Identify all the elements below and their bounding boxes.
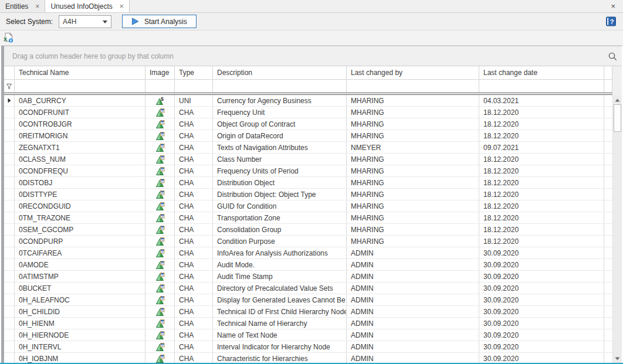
- cell-technical-name[interactable]: 0H_IOBJNM: [15, 353, 145, 363]
- cell-last-change-date[interactable]: 30.09.2020: [479, 259, 604, 270]
- cell-image[interactable]: $: [145, 236, 175, 247]
- cell-image[interactable]: $: [145, 283, 175, 294]
- cell-last-change-date[interactable]: 09.07.2021: [479, 142, 604, 153]
- table-row[interactable]: 0TCAIFAREA $ CHA Inf: [4, 247, 612, 259]
- cell-description[interactable]: Currency for Agency Business: [213, 95, 347, 106]
- cell-last-changed-by[interactable]: ADMIN: [347, 318, 479, 329]
- cell-technical-name[interactable]: 0RECONDGUID: [15, 200, 145, 212]
- cell-last-changed-by[interactable]: MHARING: [347, 95, 479, 106]
- cell-technical-name[interactable]: 0H_CHILDID: [15, 306, 145, 317]
- cell-image[interactable]: $: [145, 107, 175, 118]
- cell-image[interactable]: $: [145, 329, 175, 341]
- table-row[interactable]: 0CLASS_NUM $ CHA Cla: [4, 154, 612, 165]
- table-row[interactable]: 0CONDPURP $ CHA Cond: [4, 236, 612, 247]
- cell-image[interactable]: $: [145, 306, 175, 317]
- column-header-image[interactable]: Image: [145, 66, 175, 79]
- cell-type[interactable]: CHA: [175, 107, 213, 118]
- table-row[interactable]: 0TM_TRAZONE $ CHA Tr: [4, 212, 612, 224]
- table-row[interactable]: 0H_INTERVL $ CHA Int: [4, 341, 612, 353]
- group-by-panel[interactable]: Drag a column header here to group by th…: [4, 46, 622, 66]
- cell-technical-name[interactable]: ZEGNATXT1: [15, 142, 145, 153]
- cell-type[interactable]: CHA: [175, 341, 213, 352]
- cell-technical-name[interactable]: 0H_ALEAFNOC: [15, 294, 145, 305]
- cell-image[interactable]: $: [145, 212, 175, 223]
- cell-image[interactable]: $: [145, 189, 175, 200]
- cell-image[interactable]: $: [145, 341, 175, 352]
- cell-last-changed-by[interactable]: MHARING: [347, 118, 479, 130]
- table-row[interactable]: 0BUCKET $ CHA Direct: [4, 283, 612, 294]
- cell-description[interactable]: Class Number: [213, 154, 347, 165]
- filter-cell-type[interactable]: [175, 80, 213, 93]
- column-header-last-changed-by[interactable]: Last changed by: [347, 66, 479, 79]
- filter-cell-last-change-date[interactable]: [479, 80, 604, 93]
- cell-image[interactable]: $: [145, 353, 175, 363]
- cell-technical-name[interactable]: 0TM_TRAZONE: [15, 212, 145, 223]
- cell-description[interactable]: Transportation Zone: [213, 212, 347, 223]
- cell-type[interactable]: CHA: [175, 329, 213, 341]
- table-row[interactable]: 0ATIMSTMP $ CHA Audi: [4, 271, 612, 283]
- table-row[interactable]: 0AB_CURRCY $ UNI Cur: [4, 95, 612, 107]
- cell-last-change-date[interactable]: 04.03.2021: [479, 95, 604, 106]
- table-row[interactable]: 0RECONDGUID $ CHA GU: [4, 200, 612, 212]
- cell-description[interactable]: Distribution Object: [213, 177, 347, 188]
- cell-last-change-date[interactable]: 18.12.2020: [479, 130, 604, 141]
- cell-type[interactable]: CHA: [175, 259, 213, 270]
- close-icon[interactable]: ×: [120, 3, 124, 10]
- table-row[interactable]: 0DISTTYPE $ CHA Dist: [4, 189, 612, 200]
- cell-technical-name[interactable]: 0ATIMSTMP: [15, 271, 145, 282]
- cell-description[interactable]: Audit Mode.: [213, 259, 347, 270]
- cell-image[interactable]: $: [145, 247, 175, 258]
- cell-last-change-date[interactable]: 30.09.2020: [479, 294, 604, 305]
- cell-type[interactable]: CHA: [175, 224, 213, 235]
- cell-last-change-date[interactable]: 30.09.2020: [479, 247, 604, 258]
- cell-description[interactable]: Object Group of Contract: [213, 118, 347, 130]
- column-header-description[interactable]: Description: [213, 66, 347, 79]
- cell-last-changed-by[interactable]: ADMIN: [347, 247, 479, 258]
- cell-image[interactable]: $: [145, 318, 175, 329]
- cell-type[interactable]: CHA: [175, 189, 213, 200]
- cell-technical-name[interactable]: 0DISTOBJ: [15, 177, 145, 188]
- table-row[interactable]: 0H_ALEAFNOC $ CHA Di: [4, 294, 612, 306]
- cell-description[interactable]: Characteristic for Hierarchies: [213, 353, 347, 363]
- search-icon[interactable]: [608, 52, 618, 63]
- chevron-down-icon[interactable]: [103, 21, 107, 23]
- tab-entities[interactable]: Entities ×: [0, 0, 45, 12]
- cell-last-change-date[interactable]: 18.12.2020: [479, 189, 604, 200]
- table-row[interactable]: 0REITMORIGN $ CHA Or: [4, 130, 612, 142]
- cell-last-changed-by[interactable]: MHARING: [347, 200, 479, 212]
- cell-technical-name[interactable]: 0BUCKET: [15, 283, 145, 294]
- cell-last-change-date[interactable]: 18.12.2020: [479, 107, 604, 118]
- cell-last-change-date[interactable]: 30.09.2020: [479, 329, 604, 341]
- cell-last-changed-by[interactable]: ADMIN: [347, 341, 479, 352]
- cell-description[interactable]: Directory of Precalculated Value Sets: [213, 283, 347, 294]
- cell-image[interactable]: $: [145, 142, 175, 153]
- cell-last-changed-by[interactable]: ADMIN: [347, 271, 479, 282]
- cell-type[interactable]: CHA: [175, 236, 213, 247]
- export-to-excel-icon[interactable]: X: [3, 32, 14, 43]
- cell-technical-name[interactable]: 0H_HIENM: [15, 318, 145, 329]
- cell-technical-name[interactable]: 0H_INTERVL: [15, 341, 145, 352]
- cell-description[interactable]: Audit Time Stamp: [213, 271, 347, 282]
- cell-type[interactable]: CHA: [175, 283, 213, 294]
- cell-last-change-date[interactable]: 30.09.2020: [479, 318, 604, 329]
- cell-technical-name[interactable]: 0CONTROBJGR: [15, 118, 145, 130]
- cell-type[interactable]: CHA: [175, 212, 213, 223]
- cell-last-change-date[interactable]: 18.12.2020: [479, 154, 604, 165]
- cell-image[interactable]: $: [145, 177, 175, 188]
- cell-last-change-date[interactable]: 30.09.2020: [479, 353, 604, 363]
- cell-description[interactable]: Distribution Object: Object Type: [213, 189, 347, 200]
- cell-last-change-date[interactable]: 18.12.2020: [479, 118, 604, 130]
- start-analysis-button[interactable]: Start Analysis: [122, 15, 197, 28]
- cell-description[interactable]: Frequency Units of Period: [213, 165, 347, 176]
- cell-description[interactable]: Name of Text Node: [213, 329, 347, 341]
- cell-last-changed-by[interactable]: MHARING: [347, 130, 479, 141]
- cell-last-changed-by[interactable]: MHARING: [347, 212, 479, 223]
- cell-last-changed-by[interactable]: ADMIN: [347, 306, 479, 317]
- table-row[interactable]: 0CONTROBJGR $ CHA Ob: [4, 118, 612, 130]
- table-row[interactable]: 0H_CHILDID $ CHA Tec: [4, 306, 612, 318]
- cell-technical-name[interactable]: 0CONDFREQU: [15, 165, 145, 176]
- close-icon[interactable]: ×: [603, 0, 623, 12]
- cell-last-changed-by[interactable]: MHARING: [347, 107, 479, 118]
- table-row[interactable]: 0AMODE $ CHA Audit M: [4, 259, 612, 271]
- scroll-up-icon[interactable]: [613, 96, 622, 104]
